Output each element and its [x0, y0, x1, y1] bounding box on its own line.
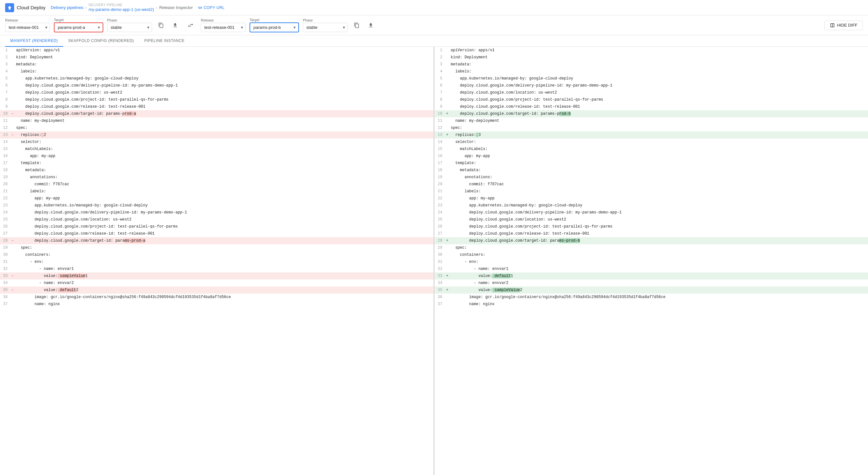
right-release-label: Release — [201, 18, 246, 22]
right-release-dropdown[interactable]: test-release-001 — [201, 23, 246, 32]
line-content-12: spec: — [450, 124, 868, 131]
line-number-28: 28 — [0, 237, 10, 244]
line-content-35: value: default2 — [15, 286, 433, 294]
breadcrumb-delivery-pipelines[interactable]: Delivery pipelines — [51, 5, 84, 10]
line-content-34: - name: envvar2 — [450, 279, 868, 286]
code-line-32: 32 - name: envvar1 — [435, 265, 868, 272]
right-target-dropdown[interactable]: params-prod-b — [250, 23, 298, 32]
left-release-dropdown-wrapper: test-release-001 ▾ — [5, 23, 50, 32]
line-content-32: - name: envvar1 — [15, 265, 433, 272]
code-line-33: 33+ value: default1 — [435, 272, 868, 279]
right-phase-label: Phase — [303, 18, 348, 22]
line-number-32: 32 — [0, 265, 10, 272]
columns-icon — [830, 23, 835, 28]
line-content-15: matchLabels: — [450, 145, 868, 152]
controls-row: Release test-release-001 ▾ Target params… — [0, 15, 868, 35]
line-marker-26 — [10, 223, 15, 230]
line-content-3: metadata: — [15, 61, 433, 68]
line-content-1: apiVersion: apps/v1 — [450, 47, 868, 54]
line-content-17: template: — [450, 160, 868, 167]
download-left-button[interactable] — [170, 20, 180, 30]
line-marker-19 — [10, 174, 15, 181]
line-content-24: deploy.cloud.google.com/delivery-pipelin… — [15, 209, 433, 216]
left-release-dropdown[interactable]: test-release-001 — [5, 23, 50, 32]
breadcrumb-pipeline-name[interactable]: my-params-demo-app-1 (us-west2) — [89, 7, 154, 12]
line-marker-37 — [445, 301, 450, 308]
link-icon — [198, 5, 203, 10]
breadcrumb: Delivery pipelines › DELIVERY PIPELINE m… — [51, 3, 193, 12]
left-diff-panel[interactable]: 1apiVersion: apps/v12kind: Deployment3me… — [0, 47, 434, 475]
line-marker-21 — [445, 188, 450, 195]
code-line-4: 4 labels: — [435, 68, 868, 75]
line-marker-23 — [445, 202, 450, 209]
line-content-28: deploy.cloud.google.com/target-id: param… — [15, 237, 433, 244]
tab-skaffold-config-rendered[interactable]: SKAFFOLD CONFIG (RENDERED) — [63, 35, 139, 47]
right-phase-dropdown[interactable]: stable — [303, 23, 348, 32]
line-number-16: 16 — [435, 152, 445, 160]
line-marker-22 — [445, 195, 450, 202]
line-content-4: labels: — [15, 68, 433, 75]
line-content-18: metadata: — [15, 167, 433, 174]
line-number-31: 31 — [435, 258, 445, 265]
right-diff-panel[interactable]: 1apiVersion: apps/v12kind: Deployment3me… — [435, 47, 868, 475]
code-line-36: 36 image: gcr.io/google-containers/nginx… — [435, 294, 868, 301]
code-line-31: 31 - env: — [435, 258, 868, 265]
copy-left-button[interactable] — [156, 20, 166, 30]
line-content-37: name: nginx — [450, 301, 868, 308]
code-line-13: 13+ replicas: 3 — [435, 131, 868, 138]
code-line-27: 27 deploy.cloud.google.com/release-id: t… — [0, 230, 433, 237]
copy-url-button[interactable]: COPY URL — [198, 5, 224, 10]
line-content-2: kind: Deployment — [15, 54, 433, 61]
line-number-3: 3 — [0, 61, 10, 68]
tab-pipeline-instance[interactable]: PIPELINE INSTANCE — [139, 35, 190, 47]
line-number-1: 1 — [435, 47, 445, 54]
line-number-10: 10 — [435, 110, 445, 117]
line-marker-30 — [445, 251, 450, 258]
code-line-23: 23 app.kubernetes.io/managed-by: google-… — [435, 202, 868, 209]
line-marker-3 — [445, 61, 450, 68]
line-marker-8 — [10, 96, 15, 103]
line-number-32: 32 — [435, 265, 445, 272]
left-phase-dropdown[interactable]: stable — [107, 23, 152, 32]
line-number-15: 15 — [435, 145, 445, 152]
tab-manifest-rendered[interactable]: MANIFEST (RENDERED) — [5, 35, 63, 47]
line-content-28: deploy.cloud.google.com/target-id: param… — [450, 237, 868, 244]
line-marker-28: - — [10, 237, 15, 244]
line-number-8: 8 — [435, 96, 445, 103]
line-marker-18 — [445, 167, 450, 174]
line-content-22: app: my-app — [450, 195, 868, 202]
line-number-25: 25 — [0, 216, 10, 223]
line-number-23: 23 — [0, 202, 10, 209]
line-content-11: name: my-deployment — [450, 117, 868, 124]
line-marker-36 — [10, 294, 15, 301]
code-line-30: 30 containers: — [0, 251, 433, 258]
left-target-dropdown[interactable]: params-prod-a — [55, 23, 103, 32]
line-number-12: 12 — [435, 124, 445, 131]
line-number-14: 14 — [435, 138, 445, 145]
line-marker-5 — [445, 75, 450, 82]
hide-diff-button[interactable]: HIDE DIFF — [825, 21, 863, 30]
code-line-20: 20 commit: f787cac — [0, 181, 433, 188]
code-line-1: 1apiVersion: apps/v1 — [435, 47, 868, 54]
code-line-31: 31 - env: — [0, 258, 433, 265]
line-marker-23 — [10, 202, 15, 209]
line-number-13: 13 — [435, 131, 445, 138]
line-content-36: image: gcr.io/google-containers/nginx@sh… — [450, 294, 868, 301]
line-content-24: deploy.cloud.google.com/delivery-pipelin… — [450, 209, 868, 216]
code-line-25: 25 deploy.cloud.google.com/location: us-… — [0, 216, 433, 223]
line-content-19: annotations: — [15, 174, 433, 181]
swap-button[interactable] — [185, 20, 196, 30]
line-content-11: name: my-deployment — [15, 117, 433, 124]
line-marker-24 — [10, 209, 15, 216]
line-content-2: kind: Deployment — [450, 54, 868, 61]
download-right-button[interactable] — [366, 20, 376, 30]
line-content-23: app.kubernetes.io/managed-by: google-clo… — [15, 202, 433, 209]
copy-right-button[interactable] — [351, 20, 362, 30]
left-phase-group: Phase stable ▾ — [107, 18, 152, 32]
app-title: Cloud Deploy — [17, 5, 45, 10]
line-content-3: metadata: — [450, 61, 868, 68]
line-number-37: 37 — [435, 301, 445, 308]
line-marker-34 — [445, 279, 450, 286]
code-line-18: 18 metadata: — [435, 167, 868, 174]
line-marker-9 — [445, 103, 450, 110]
